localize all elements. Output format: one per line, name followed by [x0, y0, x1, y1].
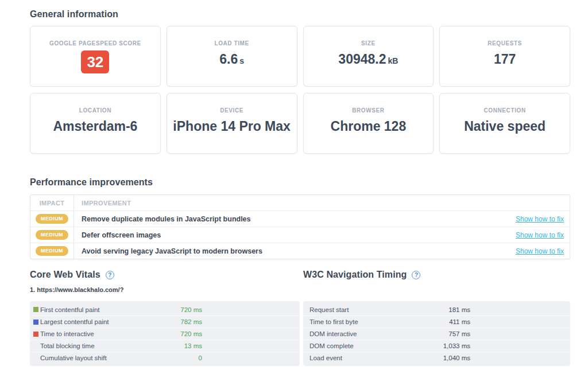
timing-label: Load event	[310, 355, 430, 361]
general-info-title: General information	[30, 9, 570, 20]
improvement-text: Avoid serving legacy JavaScript to moder…	[74, 247, 516, 255]
pagespeed-score-badge: 32	[81, 50, 109, 73]
impact-badge: MEDIUM	[36, 214, 68, 224]
lcp-marker-icon	[33, 320, 38, 325]
timing-value: 1,040 ms	[430, 355, 470, 361]
show-how-to-fix-link[interactable]: Show how to fix	[516, 215, 570, 223]
tested-url: 1. https://www.blackhalo.com/?	[30, 286, 300, 294]
card-pagespeed-score: GOOGLE PAGESPEED SCORE 32	[30, 26, 161, 87]
metric-value: 782 ms	[162, 318, 202, 325]
improvement-column-header: IMPROVEMENT	[74, 200, 570, 207]
timing-value: 1,033 ms	[430, 342, 470, 349]
core-web-vitals-section: Core Web Vitals ? 1. https://www.blackha…	[30, 268, 300, 366]
metric-row: Cumulative layout shift 0	[30, 352, 300, 364]
timing-row: Request start 181 ms	[303, 303, 570, 316]
core-web-vitals-panel: First contentful paint 720 ms Largest co…	[30, 301, 300, 366]
impact-badge: MEDIUM	[36, 246, 68, 256]
metric-value: 0	[162, 355, 202, 361]
card-device: DEVICE iPhone 14 Pro Max	[167, 93, 297, 154]
pagespeed-score-value: 32	[87, 53, 103, 71]
card-label: REQUESTS	[488, 40, 522, 46]
improvement-row: MEDIUM Avoid serving legacy JavaScript t…	[30, 243, 570, 259]
help-icon[interactable]: ?	[106, 271, 114, 279]
device-value: iPhone 14 Pro Max	[173, 119, 291, 134]
navigation-timing-title: W3C Navigation Timing	[303, 270, 407, 280]
navigation-timing-panel: Request start 181 ms Time to first byte …	[303, 301, 570, 366]
core-web-vitals-title: Core Web Vitals	[30, 270, 100, 280]
load-time-unit: s	[239, 56, 244, 65]
timing-row: Load event 1,040 ms	[303, 352, 570, 364]
card-size: SIZE 30948.2kB	[303, 26, 434, 87]
metric-row: Largest contentful paint 782 ms	[30, 316, 300, 328]
timing-row: DOM complete 1,033 ms	[303, 340, 570, 352]
metric-label: Total blocking time	[40, 342, 162, 349]
card-location: LOCATION Amsterdam-6	[30, 93, 161, 154]
improvements-table: IMPACT IMPROVEMENT MEDIUM Remove duplica…	[30, 194, 570, 259]
metric-label: Time to interactive	[40, 330, 162, 337]
impact-column-header: IMPACT	[40, 200, 65, 207]
metric-row: Time to interactive 720 ms	[30, 328, 300, 340]
metric-label: Largest contentful paint	[40, 318, 162, 325]
improvement-row: MEDIUM Defer offscreen images Show how t…	[30, 227, 570, 243]
timing-value: 757 ms	[430, 330, 470, 337]
timing-label: DOM complete	[310, 342, 430, 349]
metric-label: Cumulative layout shift	[40, 355, 162, 361]
card-load-time: LOAD TIME 6.6s	[167, 26, 297, 87]
timing-label: DOM interactive	[310, 330, 430, 337]
card-requests: REQUESTS 177	[439, 26, 570, 87]
metric-row: Total blocking time 13 ms	[30, 340, 300, 352]
card-label: BROWSER	[352, 107, 384, 114]
connection-value: Native speed	[464, 119, 546, 134]
browser-value: Chrome 128	[331, 119, 407, 134]
timing-label: Time to first byte	[310, 318, 430, 325]
performance-improvements-section: Performance improvements IMPACT IMPROVEM…	[30, 177, 570, 259]
card-label: CONNECTION	[484, 107, 526, 114]
card-connection: CONNECTION Native speed	[439, 93, 570, 154]
fcp-marker-icon	[33, 307, 38, 312]
timing-label: Request start	[310, 306, 430, 313]
size-value: 30948.2kB	[338, 52, 398, 67]
navigation-timing-section: W3C Navigation Timing ? Request start 18…	[303, 268, 570, 366]
metric-value: 720 ms	[162, 306, 202, 313]
card-label: LOCATION	[79, 107, 111, 114]
improvement-text: Remove duplicate modules in JavaScript b…	[74, 215, 516, 223]
timing-value: 181 ms	[430, 306, 470, 313]
tti-marker-icon	[33, 332, 38, 337]
performance-improvements-title: Performance improvements	[30, 177, 570, 188]
size-unit: kB	[388, 56, 398, 65]
requests-value: 177	[494, 52, 516, 67]
load-time-value: 6.6s	[219, 52, 244, 67]
metric-label: First contentful paint	[40, 306, 162, 313]
impact-badge: MEDIUM	[36, 230, 68, 240]
improvement-row: MEDIUM Remove duplicate modules in JavaS…	[30, 211, 570, 227]
improvement-text: Defer offscreen images	[74, 231, 516, 239]
location-value: Amsterdam-6	[53, 119, 137, 134]
timing-value: 411 ms	[430, 318, 470, 325]
help-icon[interactable]: ?	[412, 271, 420, 279]
metric-value: 720 ms	[162, 330, 202, 337]
general-info-cards: GOOGLE PAGESPEED SCORE 32 LOAD TIME 6.6s…	[30, 26, 570, 154]
timing-row: Time to first byte 411 ms	[303, 316, 570, 328]
metric-value: 13 ms	[162, 342, 202, 349]
card-label: DEVICE	[220, 107, 243, 114]
card-label: GOOGLE PAGESPEED SCORE	[49, 40, 141, 46]
timing-row: DOM interactive 757 ms	[303, 328, 570, 340]
card-label: SIZE	[361, 40, 376, 46]
show-how-to-fix-link[interactable]: Show how to fix	[516, 247, 570, 255]
speed-test-report-page: General information GOOGLE PAGESPEED SCO…	[0, 0, 588, 370]
card-browser: BROWSER Chrome 128	[303, 93, 434, 154]
improvements-table-header: IMPACT IMPROVEMENT	[30, 195, 570, 211]
show-how-to-fix-link[interactable]: Show how to fix	[516, 231, 570, 239]
metric-row: First contentful paint 720 ms	[30, 303, 300, 316]
card-label: LOAD TIME	[214, 40, 249, 46]
